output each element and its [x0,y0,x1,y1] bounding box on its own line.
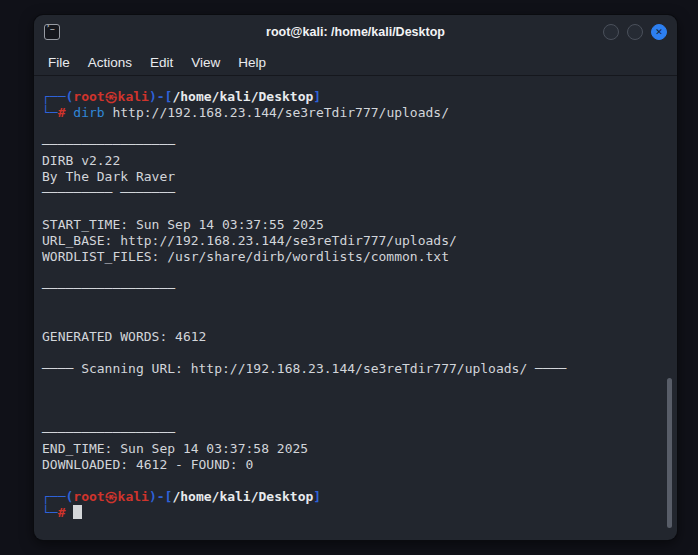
menu-edit[interactable]: Edit [150,55,173,70]
terminal-line [42,393,663,409]
terminal-line: END_TIME: Sun Sep 14 03:37:58 2025 [42,441,663,457]
terminal-line: └─# dirb http://192.168.23.144/se3reTdir… [42,105,663,121]
menu-help[interactable]: Help [238,55,266,70]
terminal-line: ───────── ─────── [42,185,663,201]
window-title: root@kali: /home/kali/Desktop [34,25,677,39]
terminal-line: GENERATED WORDS: 4612 [42,329,663,345]
terminal-line: └─# [42,505,663,521]
terminal-cursor [73,505,82,519]
terminal-line [42,201,663,217]
minimize-button[interactable] [603,24,619,40]
terminal-line [42,345,663,361]
menu-bar: File Actions Edit View Help [34,49,677,76]
terminal-line: START_TIME: Sun Sep 14 03:37:55 2025 [42,217,663,233]
close-button[interactable]: ✕ [651,24,667,40]
terminal-line: URL_BASE: http://192.168.23.144/se3reTdi… [42,233,663,249]
terminal-line [42,473,663,489]
terminal-output[interactable]: ┌──(root㉿kali)-[/home/kali/Desktop]└─# d… [34,76,677,538]
terminal-line: DIRB v2.22 [42,153,663,169]
terminal-line [42,409,663,425]
terminal-line: By The Dark Raver [42,169,663,185]
terminal-line: ───────────────── [42,281,663,297]
terminal-line [42,377,663,393]
terminal-line: ──── Scanning URL: http://192.168.23.144… [42,361,663,377]
terminal-line: ───────────────── [42,425,663,441]
scrollbar-thumb[interactable] [667,378,672,528]
terminal-icon [44,24,60,40]
terminal-line: ───────────────── [42,137,663,153]
terminal-line [42,265,663,281]
menu-view[interactable]: View [191,55,220,70]
terminal-line: WORDLIST_FILES: /usr/share/dirb/wordlist… [42,249,663,265]
terminal-line [42,313,663,329]
title-bar[interactable]: root@kali: /home/kali/Desktop ✕ [34,15,677,49]
window-controls: ✕ [603,24,667,40]
terminal-line: DOWNLOADED: 4612 - FOUND: 0 [42,457,663,473]
terminal-line [42,121,663,137]
terminal-line: ┌──(root㉿kali)-[/home/kali/Desktop] [42,89,663,105]
terminal-window: root@kali: /home/kali/Desktop ✕ File Act… [34,15,677,540]
terminal-line [42,297,663,313]
terminal-line: ┌──(root㉿kali)-[/home/kali/Desktop] [42,489,663,505]
menu-actions[interactable]: Actions [88,55,132,70]
menu-file[interactable]: File [48,55,70,70]
maximize-button[interactable] [627,24,643,40]
